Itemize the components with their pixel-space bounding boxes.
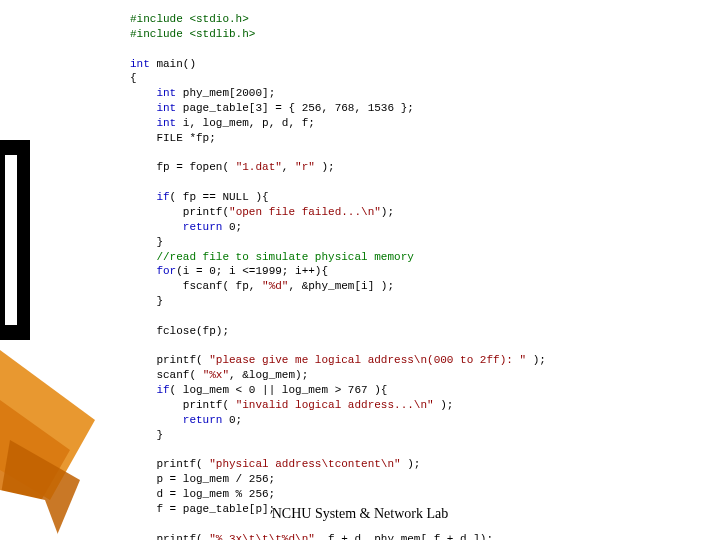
code-line: #include <stdio.h>	[130, 12, 690, 27]
code-line: {	[130, 71, 690, 86]
code-line	[130, 146, 690, 161]
code-line: scanf( "%x", &log_mem);	[130, 368, 690, 383]
code-line: printf( "%.3x\t\t\t%d\n", f + d, phy_mem…	[130, 532, 690, 540]
slide-decoration	[0, 0, 120, 540]
code-line	[130, 309, 690, 324]
code-line	[130, 339, 690, 354]
code-block: #include <stdio.h>#include <stdlib.h> in…	[130, 12, 690, 540]
code-line: for(i = 0; i <=1999; i++){	[130, 264, 690, 279]
code-line: return 0;	[130, 220, 690, 235]
code-line: }	[130, 294, 690, 309]
code-line: fclose(fp);	[130, 324, 690, 339]
code-line: int phy_mem[2000];	[130, 86, 690, 101]
code-line: //read file to simulate physical memory	[130, 250, 690, 265]
footer-label: NCHU System & Network Lab	[0, 506, 720, 522]
code-line: if( fp == NULL ){	[130, 190, 690, 205]
code-line: printf( "invalid logical address...\n" )…	[130, 398, 690, 413]
code-line: int page_table[3] = { 256, 768, 1536 };	[130, 101, 690, 116]
code-line: printf("open file failed...\n");	[130, 205, 690, 220]
code-line: fscanf( fp, "%d", &phy_mem[i] );	[130, 279, 690, 294]
code-line: if( log_mem < 0 || log_mem > 767 ){	[130, 383, 690, 398]
code-line	[130, 442, 690, 457]
code-line: return 0;	[130, 413, 690, 428]
code-line: int i, log_mem, p, d, f;	[130, 116, 690, 131]
svg-rect-1	[5, 155, 17, 325]
code-line: p = log_mem / 256;	[130, 472, 690, 487]
code-line: fp = fopen( "1.dat", "r" );	[130, 160, 690, 175]
code-line: int main()	[130, 57, 690, 72]
code-line: }	[130, 428, 690, 443]
code-line	[130, 42, 690, 57]
code-line: d = log_mem % 256;	[130, 487, 690, 502]
code-line: #include <stdlib.h>	[130, 27, 690, 42]
code-line: printf( "physical address\tcontent\n" );	[130, 457, 690, 472]
code-line: printf( "please give me logical address\…	[130, 353, 690, 368]
code-line: }	[130, 235, 690, 250]
code-line: FILE *fp;	[130, 131, 690, 146]
code-line	[130, 175, 690, 190]
